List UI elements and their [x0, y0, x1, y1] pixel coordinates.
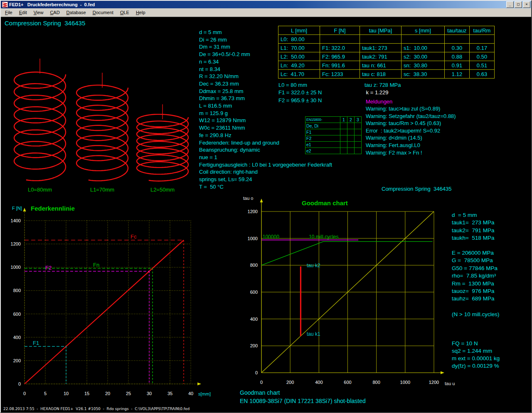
svg-text:400: 400: [250, 317, 258, 322]
status-bar: 22.08.2013 7:55 - HEXAGON FED1+ V26.1 #1…: [1, 406, 531, 412]
table-cell: sc: 38.30: [401, 70, 445, 79]
table-cell: tau n: 661: [360, 61, 401, 70]
mat-extras-line: dy(fz) = 0.00129 %: [452, 362, 500, 370]
table-cell: 0.63: [470, 70, 495, 79]
app-window: FED1+ Druckfederberechnung - 0.fed _ □ ×…: [0, 0, 532, 413]
mat-const-line: E = 206000 MPa: [452, 249, 498, 257]
table-cell: 1.12: [445, 70, 470, 79]
mat-const-line: rho= 7.85 kg/dm³: [452, 272, 498, 280]
en-table-cell: [340, 148, 347, 154]
parameters-line: m = 125.9 g: [199, 110, 332, 117]
menu-item-ole[interactable]: OLE: [117, 9, 133, 16]
table-cell: tau [MPa]: [360, 26, 401, 35]
en-table-cell: [355, 129, 362, 135]
svg-text:25: 25: [126, 391, 131, 396]
svg-text:1200: 1200: [11, 241, 21, 246]
svg-text:100000: 100000: [263, 234, 279, 240]
menu-item-help[interactable]: Help: [133, 9, 149, 16]
goodman-chart: 0200400600800100012000200400600800100012…: [243, 196, 455, 386]
table-cell: [470, 35, 495, 44]
svg-text:1000: 1000: [248, 236, 258, 241]
table-cell: sn: 30.80: [401, 61, 445, 70]
table-cell: L0: 80.00: [278, 35, 320, 44]
federkennlinie-chart: 0510152025303540020040060080010001200140…: [11, 206, 211, 396]
menu-item-file[interactable]: File: [2, 9, 16, 16]
menu-item-view[interactable]: View: [30, 9, 47, 16]
table-cell: tauk1: 273: [360, 44, 401, 52]
table-cell: F1: 322.0: [320, 44, 360, 52]
minimize-button[interactable]: _: [506, 1, 514, 8]
title-bar[interactable]: FED1+ Druckfederberechnung - 0.fed _ □ ×: [1, 1, 531, 8]
svg-text:400: 400: [315, 380, 323, 385]
table-cell: 0.50: [470, 52, 495, 61]
svg-text:800: 800: [372, 380, 380, 385]
results-table: L [mm]F [N]tau [MPa]s [mm]tau/tauztau/Rm…: [278, 26, 495, 79]
svg-text:L0=80mm: L0=80mm: [28, 187, 52, 193]
parameters-line: T = 50 °C: [199, 183, 332, 191]
en-table-cell: [347, 123, 355, 129]
table-cell: [401, 35, 445, 44]
table-row: Ln: 49.20Fn: 991.6tau n: 661sn: 30.800.9…: [278, 61, 495, 70]
menu-item-edit[interactable]: Edit: [16, 9, 30, 16]
svg-text:1400: 1400: [11, 218, 21, 223]
en-table-col: 1: [340, 117, 347, 123]
svg-text:30: 30: [147, 391, 152, 396]
maximize-button[interactable]: □: [515, 1, 522, 8]
material-stress-list: d = 5 mmtauk1= 273 MPatauk2= 791 MPatauk…: [452, 211, 494, 242]
mat-stress-line: tauk2= 791 MPa: [452, 227, 494, 234]
warnings-line: Warning: tauc>tau zul (S=0.89): [366, 105, 456, 113]
warnings-line: Warning: Fert.ausgl.L0: [366, 142, 456, 149]
footer-chart-name: Goodman chart: [240, 389, 280, 397]
en-table-cell: [347, 148, 355, 154]
k-factor-value: k = 1.229: [365, 89, 388, 96]
parameters-line: Fertigungsausgleich : L0 bei 1 vorgegebe…: [199, 161, 332, 169]
svg-text:tau u: tau u: [445, 381, 455, 386]
messages-title: Meldungen: [366, 98, 392, 106]
mat-const-line: G = 78500 MPa: [452, 257, 498, 264]
svg-text:tau k2: tau k2: [307, 263, 320, 268]
en-table-cell: [340, 142, 347, 148]
page-title: Compression Spring 346435: [5, 20, 85, 27]
en-table-cell: [347, 135, 355, 142]
svg-text:1200: 1200: [248, 209, 258, 214]
app-icon: [2, 2, 8, 7]
table-cell: [360, 35, 401, 44]
en-table-title: EN15800-: [305, 117, 340, 123]
svg-text:tau o: tau o: [243, 196, 253, 201]
svg-text:200: 200: [286, 380, 294, 385]
table-cell: tau/tauz: [445, 26, 470, 35]
en-table-row: De, Di: [305, 123, 362, 129]
svg-text:L1=70mm: L1=70mm: [90, 187, 114, 193]
table-row: L [mm]F [N]tau [MPa]s [mm]tau/tauztau/Rm: [278, 26, 495, 35]
table-cell: L [mm]: [278, 26, 320, 35]
table-cell: [320, 35, 360, 44]
en15800-tolerance-table: EN15800-123De, DiF1F2e1e2: [305, 116, 362, 154]
mat-const-line: G50 = 77846 MPa: [452, 265, 498, 272]
warnings-line: Warning: Setzgefahr (tau2/tauz=0.88): [366, 113, 456, 120]
table-cell: 0.30: [445, 44, 470, 52]
svg-text:0: 0: [23, 391, 26, 396]
table-cell: F [N]: [320, 26, 360, 35]
table-cell: tauk2: 791: [360, 52, 401, 61]
menu-item-cad[interactable]: CAD: [47, 9, 63, 16]
spring-drawings: L0=80mmL1=70mmL2=50mm: [14, 59, 188, 193]
en-table-header-row: EN15800-123: [305, 117, 362, 123]
svg-text:1000: 1000: [400, 380, 410, 385]
material-cycles-note: (N > 10 mill.cycles): [452, 311, 499, 318]
en-table-cell: [340, 135, 347, 142]
table-cell: Fn: 991.6: [320, 61, 360, 70]
chart-subtitle: Compression Spring 346435: [382, 185, 451, 193]
mat-stress-line: d = 5 mm: [452, 211, 494, 219]
svg-text:5: 5: [44, 391, 47, 396]
close-button[interactable]: ×: [523, 1, 530, 8]
en-table-cell: [347, 129, 355, 135]
menu-item-document[interactable]: Document: [89, 9, 117, 16]
menu-item-database[interactable]: Database: [63, 9, 89, 16]
svg-text:F [N]: F [N]: [12, 206, 22, 211]
table-cell: Fc: 1233: [320, 70, 360, 79]
svg-text:600: 600: [250, 290, 258, 295]
en-table-label: e1: [305, 142, 340, 148]
table-cell: 0.51: [470, 61, 495, 70]
table-row: L0: 80.00: [278, 35, 495, 44]
table-row: L2: 50.00F2: 965.9tauk2: 791s2: 30.000.8…: [278, 52, 495, 61]
